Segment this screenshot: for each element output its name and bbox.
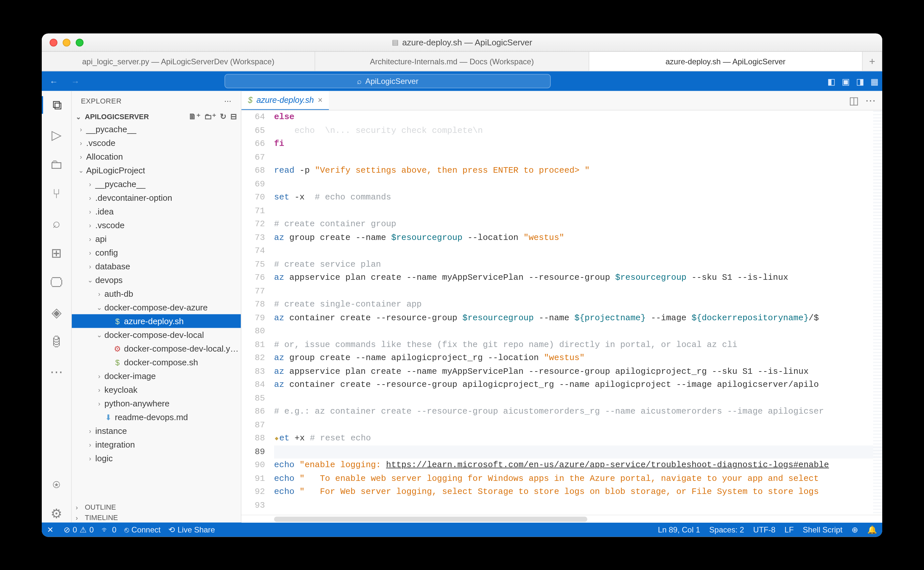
chevron-icon: › [86, 427, 94, 434]
docker-icon[interactable]: ◈ [42, 303, 71, 321]
tree-item[interactable]: ›__pycache__ [72, 177, 241, 191]
refresh-icon[interactable]: ↻ [220, 112, 226, 121]
minimap[interactable] [873, 110, 882, 515]
remote-indicator[interactable]: ✕ [47, 525, 56, 534]
tree-item[interactable]: ›.vscode [72, 136, 241, 150]
tree-item[interactable]: ⬇readme-devops.md [72, 410, 241, 424]
sidebar-more-icon[interactable]: ⋯ [224, 96, 232, 105]
folder-icon[interactable]: 🗀 [42, 155, 71, 173]
outline-section[interactable]: ›OUTLINE [72, 501, 241, 512]
tree-item-label: .devcontainer-option [94, 193, 172, 202]
cursor-position[interactable]: Ln 89, Col 1 [658, 525, 700, 534]
file-tree[interactable]: ›__pycache__›.vscode›Allocation⌄ApiLogic… [72, 122, 241, 501]
chevron-icon: › [95, 372, 103, 379]
tree-item[interactable]: ›.vscode [72, 218, 241, 232]
tree-item-selected[interactable]: $azure-deploy.sh [72, 314, 241, 328]
editor-more-icon[interactable]: ⋯ [865, 94, 876, 106]
toggle-primary-sidebar-icon[interactable]: ◧ [828, 76, 835, 86]
tree-item[interactable]: ›docker-image [72, 369, 241, 383]
tree-item[interactable]: ›Allocation [72, 150, 241, 163]
split-editor-icon[interactable]: ◫ [849, 94, 859, 106]
tree-item[interactable]: ›integration [72, 437, 241, 451]
source-control-icon[interactable]: ⑂ [42, 185, 71, 202]
tree-item[interactable]: ›python-anywhere [72, 396, 241, 410]
tree-item[interactable]: ⌄docker-compose-dev-azure [72, 300, 241, 314]
project-section-header[interactable]: ⌄ APILOGICSERVER 🗎⁺ 🗀⁺ ↻ ⊟ [72, 110, 241, 122]
search-view-icon[interactable]: ⌕ [42, 214, 71, 232]
run-debug-icon[interactable]: ▷ [42, 126, 71, 144]
code-lines[interactable]: else echo \n... security check complete\… [274, 110, 882, 515]
tree-item[interactable]: ⚙docker-compose-dev-local.y… [72, 342, 241, 355]
minimize-window[interactable] [63, 38, 70, 46]
close-tab-icon[interactable]: × [318, 95, 323, 104]
close-window[interactable] [50, 38, 57, 46]
tree-item[interactable]: ›config [72, 245, 241, 259]
language-mode[interactable]: Shell Script [803, 525, 842, 534]
editor-group: $ azure-deploy.sh × ◫ ⋯ 6465666768697071… [241, 91, 882, 522]
tree-item[interactable]: ⌄ApiLogicProject [72, 163, 241, 177]
toggle-secondary-sidebar-icon[interactable]: ◨ [856, 76, 864, 86]
tree-item[interactable]: ›auth-db [72, 287, 241, 300]
tree-item[interactable]: ›api [72, 232, 241, 245]
tree-item[interactable]: ›instance [72, 424, 241, 437]
chevron-icon: › [86, 180, 94, 187]
tree-item-label: api [94, 234, 107, 244]
traffic-lights [50, 38, 84, 46]
new-file-icon[interactable]: 🗎⁺ [189, 112, 200, 121]
horizontal-scrollbar[interactable] [241, 515, 882, 522]
chevron-icon: › [86, 235, 94, 242]
feedback-icon[interactable]: ⊕ [852, 525, 858, 534]
more-views-icon[interactable]: ⋯ [42, 362, 71, 381]
chevron-icon: ⌄ [95, 331, 103, 338]
tree-item[interactable]: ⌄devops [72, 273, 241, 287]
new-window-tab[interactable]: + [863, 52, 882, 70]
liveshare-button[interactable]: ⟲ Live Share [168, 525, 215, 534]
tree-item[interactable]: ›database [72, 259, 241, 273]
chevron-icon: › [86, 249, 94, 256]
remote-explorer-icon[interactable]: 🖵 [42, 274, 71, 291]
editor-tab-active[interactable]: $ azure-deploy.sh × [241, 91, 329, 110]
indentation[interactable]: Spaces: 2 [709, 525, 744, 534]
new-folder-icon[interactable]: 🗀⁺ [204, 112, 216, 121]
customize-layout-icon[interactable]: ▦ [871, 76, 878, 86]
connect-button[interactable]: ⎋ Connect [124, 525, 160, 534]
encoding[interactable]: UTF-8 [753, 525, 776, 534]
window-tab-1[interactable]: Architecture-Internals.md — Docs (Worksp… [316, 52, 589, 70]
window-tab-2[interactable]: azure-deploy.sh — ApiLogicServer [589, 52, 863, 70]
tree-item[interactable]: $docker-compose.sh [72, 355, 241, 369]
window-tab-0[interactable]: api_logic_server.py — ApiLogicServerDev … [42, 52, 316, 70]
tree-item[interactable]: ›.devcontainer-option [72, 191, 241, 204]
workbench: ⧉ ▷ 🗀 ⑂ ⌕ ⊞ 🖵 ◈ 🛢 ⋯ ⍟ ⚙ EXPLORER ⋯ ⌄ API… [42, 91, 882, 522]
chevron-icon: › [86, 441, 94, 448]
toggle-panel-icon[interactable]: ▣ [842, 76, 850, 86]
nav-forward[interactable]: → [67, 76, 84, 86]
chevron-icon: › [86, 454, 94, 461]
tree-item[interactable]: ›.idea [72, 204, 241, 218]
problems-indicator[interactable]: ⊘ 0 ⚠ 0 [64, 525, 94, 534]
ports-indicator[interactable]: ᯤ 0 [101, 525, 116, 534]
eol[interactable]: LF [785, 525, 794, 534]
chevron-icon: › [95, 400, 103, 407]
settings-icon[interactable]: ⚙ [42, 504, 71, 522]
timeline-section[interactable]: ›TIMELINE [72, 512, 241, 522]
notifications-icon[interactable]: 🔔 [867, 525, 877, 534]
explorer-icon[interactable]: ⧉ [42, 96, 71, 113]
command-center[interactable]: ⌕ ApiLogicServer [225, 74, 551, 88]
nav-back[interactable]: ← [46, 76, 62, 86]
chevron-icon: ⌄ [77, 167, 85, 174]
tree-item[interactable]: ›__pycache__ [72, 122, 241, 136]
maximize-window[interactable] [76, 38, 84, 46]
accounts-icon[interactable]: ⍟ [42, 475, 71, 492]
tree-item[interactable]: ›keycloak [72, 383, 241, 396]
tree-item[interactable]: ⌄docker-compose-dev-local [72, 328, 241, 342]
scrollbar-thumb[interactable] [274, 516, 587, 522]
extensions-icon[interactable]: ⊞ [42, 244, 71, 262]
tree-item[interactable]: ›logic [72, 451, 241, 465]
file-type-icon: $ [112, 316, 123, 325]
chevron-icon: ⌄ [86, 276, 94, 283]
code-editor[interactable]: 6465666768697071727374757677787980818283… [241, 110, 882, 515]
tree-item-label: config [94, 247, 118, 257]
collapse-all-icon[interactable]: ⊟ [231, 112, 237, 121]
status-bar: ✕ ⊘ 0 ⚠ 0 ᯤ 0 ⎋ Connect ⟲ Live Share Ln … [42, 522, 882, 537]
database-icon[interactable]: 🛢 [42, 333, 71, 351]
